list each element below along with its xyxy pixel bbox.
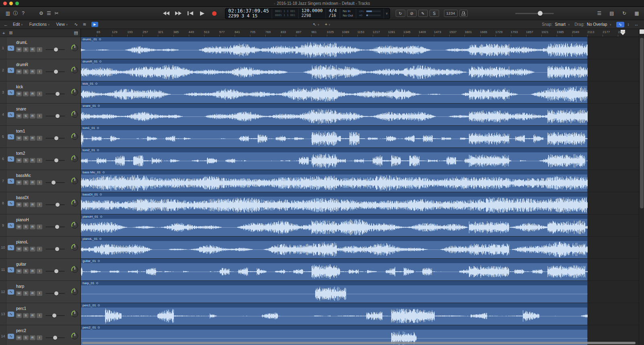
track-name[interactable]: snare xyxy=(16,107,68,111)
track-name[interactable]: bassDI xyxy=(16,195,68,200)
pan-knob[interactable] xyxy=(69,81,80,103)
track-header-config-icon[interactable]: ▤ xyxy=(74,30,78,35)
media-browser-icon[interactable]: ▦ xyxy=(634,10,640,16)
mute-button[interactable]: M xyxy=(16,47,22,52)
input-monitor-button[interactable]: I xyxy=(37,313,42,318)
track-lane[interactable]: tom1_01 xyxy=(81,126,639,148)
solo-button[interactable]: S xyxy=(23,91,29,96)
record-enable-button[interactable]: R xyxy=(30,247,35,251)
volume-thumb[interactable] xyxy=(52,181,56,185)
volume-slider[interactable] xyxy=(45,313,65,318)
duplicate-track-button[interactable]: ⊞ xyxy=(9,30,12,35)
mute-button[interactable]: M xyxy=(16,202,22,207)
minimize-button[interactable] xyxy=(9,2,13,5)
solo-button[interactable]: S xyxy=(23,202,29,207)
pan-knob[interactable] xyxy=(69,59,80,81)
record-enable-button[interactable]: R xyxy=(30,269,35,274)
track-name[interactable]: tom1 xyxy=(16,129,68,133)
track-lane[interactable]: bassDI_01 xyxy=(81,192,639,214)
mute-button[interactable]: M xyxy=(16,114,22,118)
volume-thumb[interactable] xyxy=(56,92,60,96)
solo-button[interactable]: S xyxy=(23,114,29,118)
region-header[interactable]: drumL_01 xyxy=(81,37,587,42)
solo-button[interactable]: S xyxy=(23,136,29,141)
volume-slider[interactable] xyxy=(45,69,65,74)
region-header[interactable]: pianoL_01 xyxy=(81,237,587,241)
volume-thumb[interactable] xyxy=(54,48,58,52)
pan-knob[interactable] xyxy=(69,37,80,59)
pan-knob[interactable] xyxy=(69,126,80,148)
track-header[interactable]: 4 ∿ snare M S R I xyxy=(0,104,80,126)
track-header[interactable]: 1 ∿ drumL M S R I xyxy=(0,37,80,59)
track-name[interactable]: harp xyxy=(16,284,68,289)
low-latency-button[interactable]: S xyxy=(429,10,439,17)
lcd-display[interactable]: 02:16:37:09.45 2299 3 4 15 0001 1 1 001 … xyxy=(225,8,390,19)
input-monitor-button[interactable]: I xyxy=(37,91,42,96)
audio-region[interactable]: bass Mic_01 xyxy=(81,170,588,192)
note-pads-icon[interactable]: ▤ xyxy=(609,10,615,16)
pan-knob[interactable] xyxy=(69,192,80,214)
record-enable-button[interactable]: R xyxy=(30,158,35,163)
input-monitor-button[interactable]: I xyxy=(37,269,42,274)
audio-region[interactable]: pianoL_01 xyxy=(81,237,588,258)
track-header[interactable]: 14 ∿ perc2 M S R I xyxy=(0,325,80,345)
audio-region[interactable]: perc1_01 xyxy=(81,303,588,325)
replace-button[interactable]: ✎ xyxy=(418,10,428,17)
track-name[interactable]: drumR xyxy=(16,62,68,67)
volume-slider[interactable] xyxy=(45,224,65,229)
add-track-button[interactable]: + xyxy=(2,31,5,35)
track-header[interactable]: 6 ∿ tom2 M S R I xyxy=(0,148,80,170)
pan-knob[interactable] xyxy=(69,237,80,258)
volume-slider[interactable] xyxy=(45,180,65,185)
scroll-corner[interactable] xyxy=(640,29,644,34)
mute-button[interactable]: M xyxy=(16,291,22,296)
pan-knob[interactable] xyxy=(69,303,80,325)
volume-slider[interactable] xyxy=(45,158,65,163)
pan-knob[interactable] xyxy=(69,214,80,236)
record-button[interactable] xyxy=(209,10,219,17)
input-monitor-button[interactable]: I xyxy=(37,136,42,141)
volume-slider[interactable] xyxy=(45,247,65,251)
record-enable-button[interactable]: R xyxy=(30,335,35,340)
track-lane[interactable]: snare_01 xyxy=(81,104,639,126)
pan-knob[interactable] xyxy=(69,281,80,303)
quick-help-icon[interactable]: ? xyxy=(19,10,27,16)
solo-button[interactable]: S xyxy=(23,47,29,52)
mute-button[interactable]: M xyxy=(16,313,22,318)
audio-region[interactable]: drumL_01 xyxy=(81,37,588,59)
region-header[interactable]: bassDI_01 xyxy=(81,192,587,197)
track-name[interactable]: perc2 xyxy=(16,328,68,333)
pan-knob[interactable] xyxy=(69,325,80,345)
waveform-zoom-button[interactable]: ∿ xyxy=(616,22,624,27)
drag-menu[interactable]: Drag: No Overlap ∨ xyxy=(575,22,611,27)
track-name[interactable]: bassMic xyxy=(16,173,68,178)
audio-region[interactable]: tom2_01 xyxy=(81,148,588,170)
volume-thumb[interactable] xyxy=(56,114,60,118)
track-lane[interactable]: guitar_01 xyxy=(81,259,639,281)
left-click-tool-menu[interactable]: ↖∨ xyxy=(313,22,320,27)
snap-menu[interactable]: Snap: Smart ∨ xyxy=(542,22,570,27)
volume-thumb[interactable] xyxy=(54,269,58,273)
loop-browser-icon[interactable]: ↻ xyxy=(621,10,627,16)
solo-button[interactable]: S xyxy=(23,313,29,318)
editors-icon[interactable]: ✂ xyxy=(53,10,60,16)
pan-knob[interactable] xyxy=(69,259,80,281)
track-header[interactable]: 3 ∿ kick M S R I xyxy=(0,81,80,104)
solo-button[interactable]: S xyxy=(23,224,29,229)
volume-thumb[interactable] xyxy=(53,336,57,340)
input-monitor-button[interactable]: I xyxy=(37,47,42,52)
audio-region[interactable]: kick_01 xyxy=(81,81,588,103)
audio-region[interactable]: snare_01 xyxy=(81,104,588,125)
horizontal-zoom-button[interactable]: ↔ xyxy=(632,22,640,27)
volume-slider[interactable] xyxy=(45,291,65,296)
close-button[interactable] xyxy=(3,2,7,5)
volume-slider[interactable] xyxy=(45,47,65,52)
master-volume-thumb[interactable] xyxy=(538,11,543,16)
lcd-mode-chevron-icon[interactable]: ∨ xyxy=(384,8,390,19)
track-header[interactable]: 12 ∿ harp M S R I xyxy=(0,281,80,303)
record-enable-button[interactable]: R xyxy=(30,69,35,74)
mute-button[interactable]: M xyxy=(16,69,22,74)
record-enable-button[interactable]: R xyxy=(30,114,35,118)
track-name[interactable]: kick xyxy=(16,85,68,89)
audio-region[interactable]: harp_01 xyxy=(81,281,588,303)
